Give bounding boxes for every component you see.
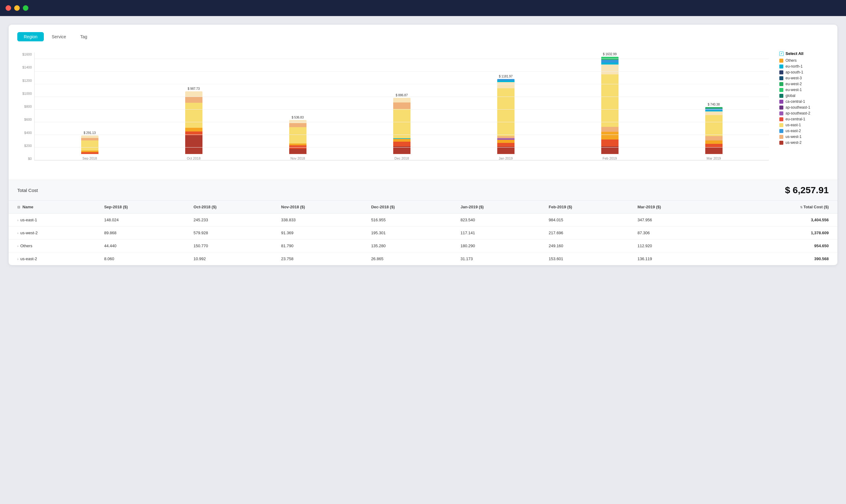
row-name[interactable]: ›us-east-2	[8, 252, 99, 266]
legend-item[interactable]: us-east-2	[779, 129, 829, 133]
legend-select-all[interactable]: ✓ Select All	[779, 51, 829, 56]
col-jan: Jan-2019 ($)	[455, 201, 544, 214]
row-cell: 338.833	[276, 214, 366, 227]
legend-item[interactable]: Others	[779, 58, 829, 62]
col-sep: Sep-2018 ($)	[99, 201, 188, 214]
bar-segment	[497, 147, 515, 154]
row-cell: 87.306	[633, 227, 722, 239]
expand-icon[interactable]: ›	[17, 244, 19, 248]
legend-item[interactable]: eu-west-2	[779, 82, 829, 86]
bar-segment	[393, 98, 411, 103]
maximize-dot[interactable]	[23, 5, 29, 11]
legend-item[interactable]: us-west-1	[779, 134, 829, 139]
legend-item[interactable]: eu-west-3	[779, 76, 829, 80]
legend-item-label: eu-west-3	[786, 76, 802, 80]
row-cell: 136.119	[633, 252, 722, 266]
row-cell: 153.601	[544, 252, 633, 266]
y-label-1600: $1600	[22, 52, 32, 56]
row-name[interactable]: ›us-east-1	[8, 214, 99, 227]
table-row: ›us-west-289.868579.92891.369195.301117.…	[8, 227, 838, 239]
grid-line	[35, 109, 769, 110]
total-cost-label: Total Cost	[17, 188, 38, 193]
legend-item-label: eu-west-2	[786, 82, 802, 86]
legend-item[interactable]: eu-north-1	[779, 64, 829, 69]
grid-line	[35, 147, 769, 147]
row-cell: 26.865	[366, 252, 455, 266]
tab-service[interactable]: Service	[45, 32, 73, 41]
legend-item-label: us-east-2	[786, 129, 801, 133]
row-cell: 217.696	[544, 227, 633, 239]
grid-line	[35, 122, 769, 122]
table-body: ›us-east-1148.024245.233338.833516.95582…	[8, 214, 838, 266]
sort-icon[interactable]: ⇅	[800, 205, 804, 209]
legend-color-box	[779, 88, 784, 92]
row-cell: 8.060	[99, 252, 188, 266]
tab-region[interactable]: Region	[17, 32, 44, 41]
bar-group: $ 1181.97Jan 2019	[454, 52, 558, 160]
row-total: 954.650	[721, 239, 838, 252]
legend-item[interactable]: ap-southeast-2	[779, 111, 829, 115]
expand-icon[interactable]: ›	[17, 218, 19, 222]
data-table: ⊟ Name Sep-2018 ($) Oct-2018 ($) Nov-201…	[8, 200, 838, 265]
bar-segment	[185, 96, 202, 103]
stacked-bar	[393, 98, 411, 154]
select-all-label: Select All	[786, 51, 804, 56]
legend-item[interactable]: us-west-2	[779, 140, 829, 145]
bar-group: $ 536.83Nov 2018	[246, 52, 350, 160]
legend-item[interactable]: eu-west-1	[779, 88, 829, 92]
y-label-1200: $1200	[22, 79, 32, 83]
bar-total-label: $ 740.38	[708, 103, 720, 106]
legend-color-box	[779, 129, 784, 133]
minimize-dot[interactable]	[14, 5, 20, 11]
col-dec: Dec-2018 ($)	[366, 201, 455, 214]
legend-item[interactable]: us-east-1	[779, 123, 829, 127]
legend-item-label: eu-north-1	[786, 64, 803, 69]
row-total: 3,404.556	[721, 214, 838, 227]
legend-color-box	[779, 111, 784, 115]
stacked-bar	[185, 91, 202, 154]
bar-segment	[601, 140, 618, 146]
legend-items: Otherseu-north-1ap-south-1eu-west-3eu-we…	[779, 58, 829, 145]
table-section: ⊟ Name Sep-2018 ($) Oct-2018 ($) Nov-201…	[8, 200, 838, 265]
bar-total-label: $ 291.13	[84, 131, 96, 134]
bar-segment	[81, 140, 98, 150]
select-all-checkbox[interactable]: ✓	[779, 52, 784, 56]
expand-icon[interactable]: ›	[17, 231, 19, 235]
bar-total-label: $ 536.83	[292, 116, 304, 119]
chart-section: $0 $200 $400 $600 $800 $1000 $1200 $1400…	[17, 46, 829, 180]
bar-segment	[497, 140, 515, 143]
bar-segment	[289, 144, 306, 146]
bar-segment	[497, 88, 515, 136]
chart-inner: $ 291.13Sep 2018$ 987.73Oct 2018$ 536.83…	[34, 52, 769, 161]
legend-item-label: ap-southeast-1	[786, 105, 810, 110]
legend-item-label: us-west-2	[786, 140, 802, 145]
y-axis: $0 $200 $400 $600 $800 $1000 $1200 $1400…	[17, 52, 34, 161]
col-total[interactable]: ⇅ Total Cost ($)	[721, 201, 838, 214]
legend-item[interactable]: ap-south-1	[779, 70, 829, 74]
close-dot[interactable]	[5, 5, 11, 11]
bar-segment	[393, 142, 411, 146]
row-cell: 148.024	[99, 214, 188, 227]
col-oct: Oct-2018 ($)	[188, 201, 276, 214]
row-name[interactable]: ›us-west-2	[8, 227, 99, 239]
legend-color-box	[779, 59, 784, 62]
expand-icon[interactable]: ›	[17, 257, 19, 261]
table-row: ›Others44.440150.77081.790135.280180.290…	[8, 239, 838, 252]
row-name[interactable]: ›Others	[8, 239, 99, 252]
bar-segment	[705, 111, 722, 115]
legend-color-box	[779, 117, 784, 121]
tab-tag[interactable]: Tag	[74, 32, 94, 41]
stacked-bar	[289, 120, 306, 154]
bar-group: $ 740.38Mar 2019	[662, 52, 766, 160]
filter-icon[interactable]: ⊟	[17, 205, 20, 209]
row-cell: 579.928	[188, 227, 276, 239]
legend-color-box	[779, 70, 784, 74]
legend-item[interactable]: global	[779, 93, 829, 98]
legend-item[interactable]: ap-southeast-1	[779, 105, 829, 110]
bar-segment	[81, 152, 98, 154]
legend-item[interactable]: ca-central-1	[779, 100, 829, 104]
legend-item[interactable]: eu-central-1	[779, 117, 829, 121]
legend-item-label: eu-west-1	[786, 88, 802, 92]
row-cell: 31.173	[455, 252, 544, 266]
bar-segment	[185, 103, 202, 128]
